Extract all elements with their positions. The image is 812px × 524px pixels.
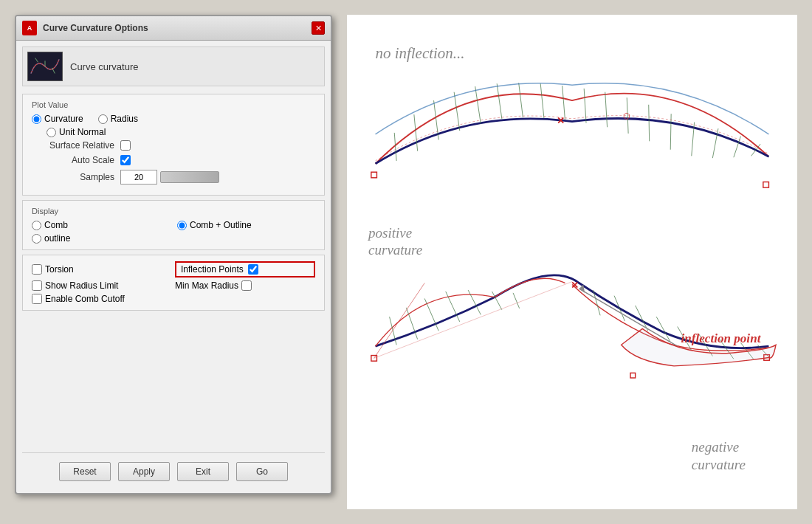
comb-outline-radio[interactable]: [177, 221, 187, 230]
display-section: Display Comb Comb + Outline outline: [22, 200, 325, 250]
enable-comb-cutoff-row: Enable Comb Cutoff: [32, 294, 172, 304]
radius-radio-item[interactable]: Radius: [98, 114, 138, 124]
outline-radio-item[interactable]: outline: [32, 233, 170, 244]
unit-normal-radio[interactable]: [47, 128, 56, 137]
svg-line-5: [414, 114, 418, 151]
comb-label: Comb: [44, 220, 68, 230]
svg-line-9: [497, 83, 502, 119]
svg-text:curvature: curvature: [692, 457, 746, 472]
matlab-icon: A: [22, 21, 37, 35]
header-subtitle: Curve curvature: [70, 61, 138, 72]
svg-rect-45: [371, 356, 377, 362]
show-radius-limit-row: Show Radius Limit: [32, 280, 172, 291]
close-button[interactable]: ✕: [312, 21, 325, 35]
svg-text:curvature: curvature: [368, 242, 423, 258]
svg-line-17: [670, 114, 671, 150]
enable-comb-cutoff-checkbox[interactable]: [32, 294, 42, 304]
exit-button[interactable]: Exit: [177, 462, 229, 481]
svg-rect-24: [371, 172, 377, 178]
inflection-points-box: Inflection Points: [175, 261, 315, 277]
min-max-radius-row: Min Max Radius: [175, 280, 315, 291]
display-label: Display: [32, 207, 315, 216]
comb-radio-item[interactable]: Comb: [32, 220, 170, 230]
plot-value-radio-row2: Unit Normal: [32, 127, 315, 137]
svg-text:negative: negative: [692, 439, 740, 455]
options-grid: Torsion Inflection Points Show Radius Li…: [32, 261, 315, 304]
svg-line-16: [649, 105, 650, 141]
samples-label: Samples: [32, 172, 120, 182]
curve-icon: [27, 52, 63, 81]
min-max-radius-label: Min Max Radius: [175, 280, 238, 291]
inflection-points-checkbox[interactable]: [248, 264, 258, 275]
extra-options-section: Torsion Inflection Points Show Radius Li…: [22, 255, 325, 311]
svg-text:inflection point: inflection point: [681, 331, 762, 345]
plot-value-label: Plot Value: [32, 100, 315, 109]
spacer: [22, 315, 325, 452]
torsion-checkbox[interactable]: [32, 264, 42, 275]
surface-relative-checkbox[interactable]: [120, 140, 131, 151]
torsion-row: Torsion: [32, 261, 172, 277]
radius-label: Radius: [111, 114, 138, 124]
svg-line-4: [394, 133, 396, 161]
display-grid: Comb Comb + Outline outline: [32, 220, 315, 244]
curvature-label: Curvature: [44, 114, 83, 124]
auto-scale-label: Auto Scale: [32, 155, 120, 165]
title-bar: A Curve Curvature Options ✕: [16, 16, 331, 41]
min-max-radius-checkbox[interactable]: [241, 280, 252, 291]
surface-relative-label: Surface Relative: [32, 140, 120, 151]
curvature-radio-item[interactable]: Curvature: [32, 114, 83, 124]
svg-line-48: [374, 283, 425, 359]
unit-normal-radio-item[interactable]: Unit Normal: [47, 127, 106, 137]
comb-radio[interactable]: [32, 221, 41, 230]
dialog-body: Curve curvature Plot Value Curvature Rad…: [16, 41, 331, 493]
apply-button[interactable]: Apply: [118, 462, 170, 481]
svg-line-10: [519, 83, 523, 117]
comb-outline-label: Comb + Outline: [190, 220, 252, 230]
surface-relative-row: Surface Relative: [32, 140, 315, 151]
radius-radio[interactable]: [98, 114, 108, 124]
svg-line-32: [468, 290, 481, 314]
no-inflection-text: no inflection...: [376, 44, 465, 62]
svg-line-49: [374, 282, 572, 359]
show-radius-limit-checkbox[interactable]: [32, 280, 42, 291]
plot-value-section: Plot Value Curvature Radius Unit Normal: [22, 94, 325, 196]
illustration-panel: no inflection...: [347, 15, 797, 509]
svg-rect-25: [763, 182, 769, 188]
enable-comb-cutoff-label: Enable Comb Cutoff: [45, 294, 125, 304]
go-button[interactable]: Go: [236, 462, 288, 481]
svg-line-7: [454, 92, 460, 131]
svg-line-50: [579, 289, 678, 346]
outline-radio[interactable]: [32, 234, 41, 244]
outline-label: outline: [44, 233, 70, 244]
samples-input[interactable]: [120, 170, 157, 185]
samples-slider[interactable]: [160, 171, 219, 183]
dialog-window: A Curve Curvature Options ✕ Curve curvat…: [15, 15, 332, 494]
window-title: Curve Curvature Options: [43, 23, 148, 33]
svg-line-14: [605, 92, 608, 128]
curvature-radio[interactable]: [32, 114, 41, 124]
plot-value-radio-row1: Curvature Radius: [32, 114, 315, 124]
svg-line-34: [513, 293, 520, 308]
reset-button[interactable]: Reset: [59, 462, 111, 481]
svg-line-20: [734, 137, 741, 158]
auto-scale-checkbox[interactable]: [120, 155, 131, 165]
title-bar-left: A Curve Curvature Options: [22, 21, 148, 35]
unit-normal-label: Unit Normal: [59, 127, 106, 137]
illustration-svg: no inflection...: [354, 22, 790, 502]
svg-line-36: [614, 296, 625, 321]
auto-scale-row: Auto Scale: [32, 155, 315, 165]
torsion-label: Torsion: [45, 264, 74, 275]
svg-line-13: [584, 89, 586, 123]
svg-text:positive: positive: [367, 225, 413, 241]
comb-outline-radio-item[interactable]: Comb + Outline: [177, 220, 315, 230]
svg-line-11: [540, 83, 544, 118]
svg-text:✕: ✕: [557, 115, 565, 126]
inflection-points-label: Inflection Points: [181, 264, 244, 275]
button-row: Reset Apply Exit Go: [22, 452, 325, 487]
show-radius-limit-label: Show Radius Limit: [45, 280, 118, 291]
svg-text:⬡: ⬡: [623, 111, 630, 120]
svg-rect-47: [630, 373, 636, 378]
samples-row: Samples: [32, 170, 315, 185]
svg-line-8: [475, 86, 481, 123]
header-section: Curve curvature: [22, 46, 325, 86]
